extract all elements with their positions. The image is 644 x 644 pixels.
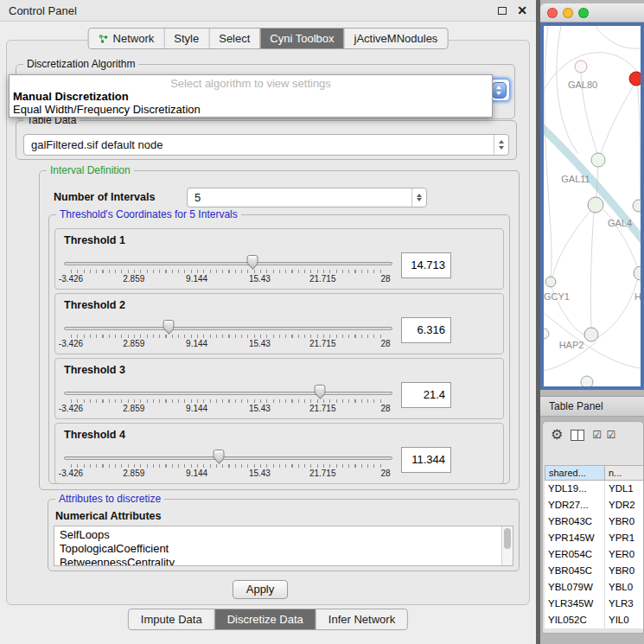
close-traffic-light-icon[interactable] bbox=[547, 8, 558, 18]
network-view-frame: GAL80 GAL11 GAL4 GCY1 HAP2 H bbox=[540, 22, 644, 390]
node[interactable] bbox=[544, 328, 549, 339]
table-row[interactable]: YPR145W YPR1 bbox=[545, 530, 644, 546]
scale-label: 15.43 bbox=[249, 469, 271, 478]
float-window-icon[interactable] bbox=[498, 7, 507, 15]
tab-discretize-data[interactable]: Discretize Data bbox=[214, 609, 316, 629]
network-view-window: GAL80 GAL11 GAL4 GCY1 HAP2 H bbox=[540, 3, 644, 390]
node[interactable] bbox=[584, 328, 598, 341]
combobox-value: 5 bbox=[188, 188, 426, 207]
attributes-to-discretize-group: Attributes to discretize Numerical Attri… bbox=[48, 499, 520, 571]
algorithm-dropdown-popup: Select algorithm to view settings Manual… bbox=[9, 74, 493, 118]
table-row[interactable]: YBR043C YBR0 bbox=[545, 513, 644, 530]
cell[interactable]: YLR3 bbox=[605, 596, 644, 612]
table-data-group: Table Data galFiltered.sif default node bbox=[16, 120, 517, 160]
threshold-1-slider[interactable]: -3.426 2.859 9.144 15.43 21.715 28 bbox=[64, 252, 392, 288]
columns-icon[interactable] bbox=[571, 430, 584, 441]
network-canvas[interactable]: GAL80 GAL11 GAL4 GCY1 HAP2 H bbox=[544, 26, 641, 386]
tab-network[interactable]: Network bbox=[89, 29, 164, 48]
threshold-label: Threshold 1 bbox=[64, 234, 125, 246]
threshold-3-slider[interactable]: -3.426 2.859 9.144 15.43 21.715 28 bbox=[64, 381, 392, 418]
column-header-name[interactable]: n... bbox=[605, 465, 644, 481]
numerical-attributes-list[interactable]: SelfLoops TopologicalCoefficient Between… bbox=[54, 526, 513, 566]
tab-style[interactable]: Style bbox=[163, 29, 208, 48]
close-icon[interactable]: ✕ bbox=[517, 4, 527, 16]
cell[interactable]: YER0 bbox=[605, 546, 644, 563]
slider-thumb[interactable] bbox=[214, 450, 225, 459]
scale-label: 9.144 bbox=[186, 339, 207, 348]
number-of-intervals-label: Number of Intervals bbox=[54, 191, 155, 203]
tab-select[interactable]: Select bbox=[208, 29, 259, 48]
combo-arrows-icon[interactable] bbox=[494, 135, 508, 155]
cell[interactable]: YLR345W bbox=[545, 596, 605, 612]
table-row[interactable]: YBR045C YBR0 bbox=[545, 563, 644, 579]
cell[interactable]: YBL0 bbox=[605, 579, 644, 596]
cell[interactable]: YDL19... bbox=[545, 481, 605, 497]
number-of-intervals-combobox[interactable]: 5 bbox=[187, 188, 427, 207]
table-data-combobox[interactable]: galFiltered.sif default node bbox=[23, 134, 509, 156]
table-row[interactable]: YIL052C YIL0 bbox=[545, 612, 644, 628]
node[interactable] bbox=[575, 61, 587, 73]
gear-icon[interactable]: ⚙ bbox=[551, 428, 563, 442]
node[interactable] bbox=[591, 153, 605, 167]
dropdown-option-equal-width[interactable]: Equal Width/Frequency Discretization bbox=[10, 103, 492, 116]
node[interactable] bbox=[633, 200, 641, 212]
minimize-traffic-light-icon[interactable] bbox=[563, 8, 573, 18]
node-label: GAL80 bbox=[568, 80, 597, 90]
table-row[interactable]: YBL079W YBL0 bbox=[545, 579, 644, 596]
threshold-value-field[interactable]: 14.713 bbox=[401, 252, 451, 278]
cell[interactable]: YBR043C bbox=[545, 513, 605, 530]
bottom-tab-strip: Impute Data Discretize Data Infer Networ… bbox=[128, 609, 408, 630]
combo-stepper-icon[interactable] bbox=[492, 82, 507, 99]
node[interactable] bbox=[545, 277, 556, 287]
threshold-2-slider[interactable]: -3.426 2.859 9.144 15.43 21.715 28 bbox=[64, 316, 392, 353]
threshold-value-field[interactable]: 21.4 bbox=[401, 382, 451, 408]
cell[interactable]: YDL1 bbox=[605, 481, 644, 497]
network-window-titlebar[interactable] bbox=[540, 3, 644, 22]
cell[interactable]: YDR27... bbox=[545, 497, 605, 513]
apply-button[interactable]: Apply bbox=[233, 580, 288, 599]
tab-infer-network[interactable]: Infer Network bbox=[316, 609, 407, 629]
cell[interactable]: YER054C bbox=[545, 546, 605, 563]
cell[interactable]: YPR1 bbox=[605, 530, 644, 546]
list-item[interactable]: TopologicalCoefficient bbox=[60, 542, 501, 556]
threshold-value-field[interactable]: 6.316 bbox=[401, 317, 451, 343]
list-scrollbar[interactable] bbox=[501, 526, 513, 565]
table-row[interactable]: YER054C YER0 bbox=[545, 546, 644, 563]
table-panel-titlebar[interactable]: Table Panel bbox=[540, 396, 644, 417]
cell[interactable]: YBR0 bbox=[605, 513, 644, 530]
threshold-value-field[interactable]: 11.344 bbox=[401, 447, 451, 473]
cell[interactable]: YBL079W bbox=[545, 579, 605, 596]
threshold-4-slider[interactable]: -3.426 2.859 9.144 15.43 21.715 28 bbox=[64, 446, 392, 482]
checkbox-columns-icon[interactable]: ☑ ☑ bbox=[592, 429, 616, 441]
selected-node[interactable] bbox=[629, 72, 641, 86]
table-row[interactable]: YDL19... YDL1 bbox=[545, 481, 644, 497]
tab-cyni-toolbox[interactable]: Cyni Toolbox bbox=[259, 29, 343, 48]
list-item[interactable]: SelfLoops bbox=[60, 528, 501, 542]
cell[interactable]: YBR0 bbox=[605, 563, 644, 579]
slider-thumb[interactable] bbox=[314, 385, 325, 394]
slider-thumb[interactable] bbox=[247, 255, 258, 265]
zoom-traffic-light-icon[interactable] bbox=[578, 8, 589, 18]
node[interactable] bbox=[634, 266, 641, 280]
column-header-shared-name[interactable]: shared... bbox=[545, 465, 605, 481]
tab-impute-data[interactable]: Impute Data bbox=[129, 609, 214, 629]
tab-jactivemnodules[interactable]: jActiveMNodules bbox=[344, 29, 448, 48]
list-item[interactable]: BetweennessCentrality bbox=[60, 556, 501, 566]
dropdown-option-manual-discretization[interactable]: Manual Discretization bbox=[10, 90, 492, 103]
cell[interactable]: YIL052C bbox=[545, 612, 605, 628]
table-panel: ⚙ ☑ ☑ shared... n... YDL19... YDL1 YDR27… bbox=[542, 421, 644, 634]
node[interactable] bbox=[588, 197, 603, 213]
scale-label: -3.426 bbox=[59, 274, 83, 284]
node-label: GCY1 bbox=[544, 291, 570, 302]
cell[interactable]: YDR2 bbox=[605, 497, 644, 513]
scrollbar-thumb[interactable] bbox=[504, 528, 511, 549]
combo-arrows-icon[interactable] bbox=[411, 188, 426, 207]
cell[interactable]: YPR145W bbox=[545, 530, 605, 546]
interval-definition-group: Interval Definition Number of Intervals … bbox=[39, 170, 520, 490]
cell[interactable]: YBR045C bbox=[545, 563, 605, 579]
node[interactable] bbox=[581, 376, 593, 386]
table-row[interactable]: YLR345W YLR3 bbox=[545, 596, 644, 612]
cell[interactable]: YIL0 bbox=[605, 612, 644, 628]
table-row[interactable]: YDR27... YDR2 bbox=[545, 497, 644, 513]
slider-thumb[interactable] bbox=[163, 320, 174, 329]
